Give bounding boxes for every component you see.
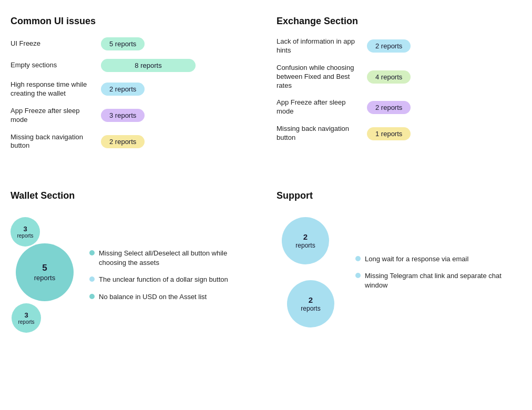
bar-row: App Freeze after sleep mode2 reports: [277, 98, 521, 116]
bar-label: App Freeze after sleep mode: [277, 98, 361, 116]
report-badge: 2 reports: [101, 83, 145, 96]
wallet-bubble-section: 3reports5reports3reports Missing Select …: [11, 212, 255, 338]
bar-label: High response time while creating the wa…: [11, 80, 95, 98]
bubble-medium-top: 2reports: [282, 217, 329, 264]
report-badge: 8 reports: [101, 59, 196, 72]
report-badge: 1 reports: [367, 127, 411, 140]
report-badge: 4 reports: [367, 70, 411, 84]
bar-label: Missing back navigation button: [277, 125, 361, 142]
dot-icon: [89, 294, 95, 299]
list-item-text: Missing Select all/Deselect all button w…: [99, 249, 255, 268]
report-badge: 5 reports: [101, 37, 145, 50]
bar-row: Missing back navigation button1 reports: [277, 125, 521, 142]
bubble-medium-bottom: 2reports: [287, 280, 334, 327]
bar-label: App Freeze after sleep mode: [11, 107, 95, 125]
report-badge: 2 reports: [367, 101, 411, 114]
bubble-small-top: 3reports: [11, 217, 40, 247]
bar-label: UI Freeze: [11, 39, 95, 48]
list-item: Missing Select all/Deselect all button w…: [89, 249, 255, 268]
bubble-large-center: 5reports: [16, 243, 74, 301]
support-title: Support: [277, 190, 521, 201]
dot-icon: [89, 276, 95, 282]
exchange-title: Exchange Section: [277, 16, 521, 27]
bar-row: Missing back navigation button2 reports: [11, 133, 255, 151]
list-item: No balance in USD on the Asset list: [89, 292, 255, 302]
support-bubble-section: 2reports2reports Long wait for a respons…: [277, 212, 521, 333]
wallet-list: Missing Select all/Deselect all button w…: [89, 249, 255, 302]
dot-icon: [355, 256, 361, 261]
exchange-rows: Lack of information in app hints2 report…: [277, 37, 521, 142]
dot-icon: [355, 273, 361, 278]
bar-row: Confusion while choosing between Fixed a…: [277, 64, 521, 90]
bar-label: Lack of information in app hints: [277, 37, 361, 55]
bar-row: App Freeze after sleep mode3 reports: [11, 107, 255, 125]
support-bubbles: 2reports2reports: [277, 217, 345, 327]
report-badge: 2 reports: [101, 135, 145, 148]
wallet-section: Wallet Section 3reports5reports3reports …: [11, 190, 255, 338]
common-ui-section: Common UI issues UI Freeze5 reportsEmpty…: [11, 11, 255, 164]
common-ui-rows: UI Freeze5 reportsEmpty sections8 report…: [11, 37, 255, 150]
support-section: Support 2reports2reports Long wait for a…: [277, 190, 521, 338]
report-badge: 3 reports: [101, 109, 145, 122]
wallet-bubbles: 3reports5reports3reports: [11, 217, 79, 333]
support-list: Long wait for a response via emailMissin…: [355, 254, 521, 291]
bar-label: Missing back navigation button: [11, 133, 95, 151]
bar-label: Confusion while choosing between Fixed a…: [277, 64, 361, 90]
bar-row: Empty sections8 reports: [11, 59, 255, 72]
list-item-text: Long wait for a response via email: [365, 254, 468, 264]
bar-label: Empty sections: [11, 61, 95, 70]
list-item-text: Missing Telegram chat link and separate …: [365, 271, 521, 290]
common-ui-title: Common UI issues: [11, 16, 255, 27]
list-item: The unclear function of a dollar sign bu…: [89, 275, 255, 284]
report-badge: 2 reports: [367, 39, 411, 53]
exchange-section: Exchange Section Lack of information in …: [277, 11, 521, 164]
bar-row: High response time while creating the wa…: [11, 80, 255, 98]
dot-icon: [89, 250, 95, 255]
list-item: Long wait for a response via email: [355, 254, 521, 264]
bubble-small-bottom: 3reports: [12, 303, 41, 333]
list-item-text: The unclear function of a dollar sign bu…: [99, 275, 228, 284]
list-item-text: No balance in USD on the Asset list: [99, 292, 207, 302]
wallet-title: Wallet Section: [11, 190, 255, 201]
bar-row: Lack of information in app hints2 report…: [277, 37, 521, 55]
list-item: Missing Telegram chat link and separate …: [355, 271, 521, 290]
bar-row: UI Freeze5 reports: [11, 37, 255, 50]
